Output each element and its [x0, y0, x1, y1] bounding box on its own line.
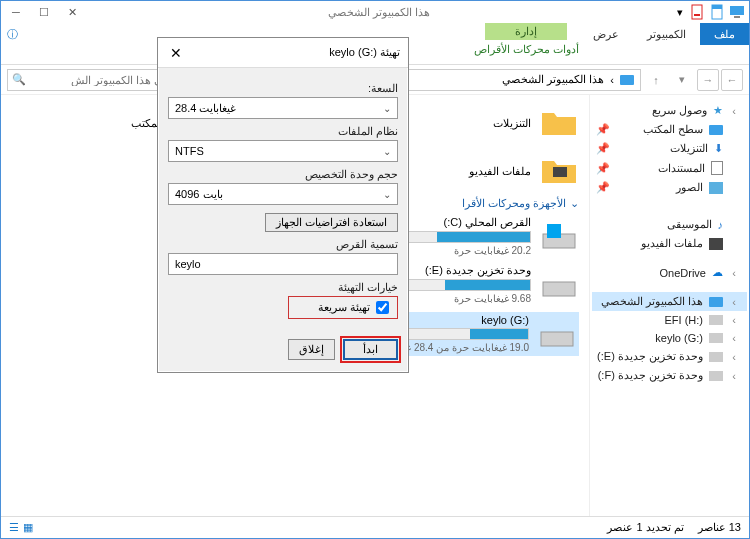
view-details-icon[interactable]: ☰ [9, 521, 19, 534]
search-icon: 🔍 [12, 73, 26, 86]
pc-icon-small [620, 75, 634, 85]
fs-select[interactable]: NTFS⌄ [168, 140, 398, 162]
sidebar-pictures[interactable]: الصور📌 [592, 178, 747, 197]
capacity-select[interactable]: 28.4 غيغابايت⌄ [168, 97, 398, 119]
close-button[interactable]: ✕ [61, 3, 83, 21]
tab-computer[interactable]: الكمبيوتر [633, 23, 700, 45]
tab-file[interactable]: ملف [700, 23, 749, 45]
alloc-label: حجم وحدة التخصيص [168, 168, 398, 181]
nav-recent[interactable]: ▾ [671, 69, 693, 91]
folder-downloads[interactable]: التنزيلات [419, 103, 579, 143]
titlebar: ▾ هذا الكمبيوتر الشخصي ─ ☐ ✕ [1, 1, 749, 23]
sidebar-efi[interactable]: ›EFI (H:) [592, 311, 747, 329]
quick-access[interactable]: ›★وصول سريع [592, 101, 747, 120]
format-options-label: خيارات التهيئة [168, 281, 398, 294]
maximize-button[interactable]: ☐ [33, 3, 55, 21]
fs-label: نظام الملفات [168, 125, 398, 138]
nav-back[interactable]: ← [721, 69, 743, 91]
tools-header: إدارة [485, 23, 567, 40]
dialog-close-icon[interactable]: ✕ [166, 45, 186, 61]
svg-rect-4 [692, 5, 702, 19]
view-tiles-icon[interactable]: ▦ [23, 521, 33, 534]
quick-format-checkbox[interactable]: تهيئة سريعة [297, 301, 389, 314]
sidebar-documents[interactable]: المستندات📌 [592, 158, 747, 178]
sidebar-downloads[interactable]: ⬇التنزيلات📌 [592, 139, 747, 158]
sidebar-thispc[interactable]: ›هذا الكمبيوتر الشخصي [592, 292, 747, 311]
dialog-title: تهيئة (:keylo (G [329, 46, 400, 59]
svg-rect-12 [541, 332, 573, 346]
doc-red-icon [689, 4, 705, 20]
svg-rect-8 [553, 167, 567, 177]
svg-rect-1 [734, 16, 740, 18]
pc-icon [729, 4, 745, 20]
sidebar-blank[interactable] [592, 197, 747, 215]
close-button-dialog[interactable]: إغلاق [288, 339, 335, 360]
sidebar-onedrive[interactable]: ›☁OneDrive [592, 263, 747, 282]
sidebar-keylo[interactable]: ›keylo (G:) [592, 329, 747, 347]
tools-sub: أدوات محركات الأقراص [474, 40, 579, 56]
quick-format-input[interactable] [376, 301, 389, 314]
tab-view[interactable]: عرض [579, 23, 633, 45]
window-title: هذا الكمبيوتر الشخصي [83, 6, 675, 19]
sidebar-newvol-f[interactable]: ›وحدة تخزين جديدة (F:) [592, 366, 747, 385]
nav-up[interactable]: ↑ [645, 69, 667, 91]
sidebar-newvol-e[interactable]: ›وحدة تخزين جديدة (E:) [592, 347, 747, 366]
restore-defaults-button[interactable]: استعادة افتراضيات الجهاز [265, 213, 398, 232]
sidebar-desktop[interactable]: سطح المكتب📌 [592, 120, 747, 139]
volume-label-label: تسمية القرص [168, 238, 398, 251]
svg-rect-3 [712, 5, 722, 9]
ribbon-drive-tools[interactable]: إدارة أدوات محركات الأقراص [474, 23, 579, 64]
nav-forward[interactable]: → [697, 69, 719, 91]
start-button[interactable]: ابدأ [343, 339, 398, 360]
status-selected: تم تحديد 1 عنصر [607, 521, 683, 534]
help-icon[interactable]: ⓘ [7, 23, 18, 42]
minimize-button[interactable]: ─ [5, 3, 27, 21]
svg-rect-0 [730, 6, 744, 15]
sidebar-videos[interactable]: ملفات الفيديو [592, 234, 747, 253]
svg-rect-5 [694, 14, 700, 16]
svg-rect-10 [547, 224, 561, 238]
alloc-select[interactable]: 4096 بايت⌄ [168, 183, 398, 205]
status-count: 13 عناصر [698, 521, 741, 534]
volume-label-input[interactable] [168, 253, 398, 275]
overflow-icon[interactable]: ▾ [675, 6, 685, 19]
breadcrumb: هذا الكمبيوتر الشخصي [502, 73, 604, 86]
statusbar: 13 عناصر تم تحديد 1 عنصر ☰ ▦ [1, 516, 749, 538]
svg-rect-11 [543, 282, 575, 296]
format-dialog: تهيئة (:keylo (G ✕ السعة: 28.4 غيغابايت⌄… [157, 37, 409, 373]
sidebar-music[interactable]: ♪الموسيقى [592, 215, 747, 234]
capacity-label: السعة: [168, 82, 398, 95]
nav-pane: ›★وصول سريع سطح المكتب📌 ⬇التنزيلات📌 المس… [589, 95, 749, 516]
doc-blue-icon [709, 4, 725, 20]
folder-videos[interactable]: ملفات الفيديو [419, 151, 579, 191]
